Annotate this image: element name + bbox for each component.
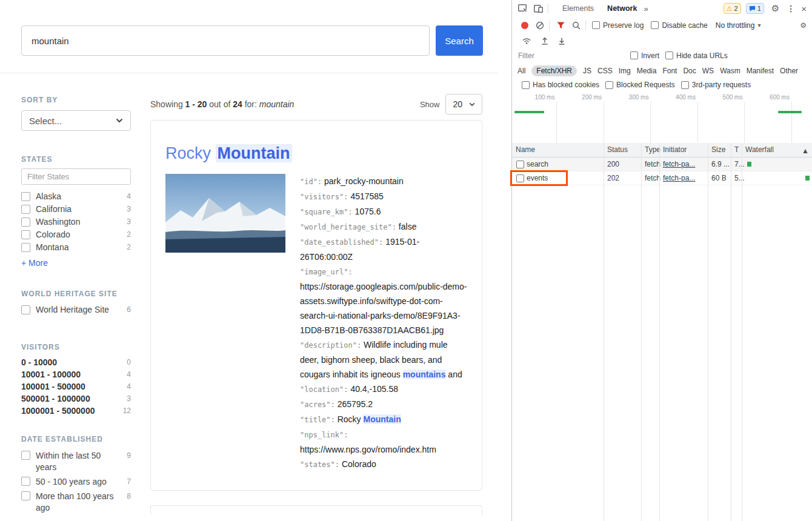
checkbox[interactable]: [21, 477, 30, 486]
facet-option-label: Colorado: [36, 230, 123, 240]
facet-option[interactable]: Colorado2: [21, 230, 131, 240]
checkbox[interactable]: [21, 305, 30, 314]
field-key: "image_url":: [300, 268, 353, 276]
facet-option[interactable]: 100001 - 5000004: [21, 382, 131, 391]
column-initiator[interactable]: Initiator: [663, 145, 687, 154]
network-request-row[interactable]: search200fetchfetch-pa...6.9 ...7...: [512, 158, 812, 171]
type-filter[interactable]: WS: [702, 67, 714, 75]
facet-option[interactable]: More than 100 years ago8: [21, 491, 131, 514]
clear-icon[interactable]: [536, 21, 544, 30]
field-value: 1075.6: [355, 207, 381, 216]
search-input[interactable]: [21, 25, 430, 56]
overview-bar: [514, 111, 544, 113]
request-filter-checkbox[interactable]: Has blocked cookies: [522, 81, 599, 89]
facet-count: 2: [127, 242, 131, 253]
states-filter-input[interactable]: [21, 168, 131, 185]
sort-select[interactable]: Select...: [21, 110, 131, 131]
type-filter[interactable]: Manifest: [747, 67, 774, 75]
facet-option[interactable]: 50 - 100 years ago7: [21, 476, 131, 488]
column-status[interactable]: Status: [607, 145, 628, 154]
type-filter[interactable]: Fetch/XHR: [531, 65, 577, 76]
invert-checkbox[interactable]: Invert: [630, 51, 659, 60]
facet-option[interactable]: 10001 - 1000004: [21, 370, 131, 379]
facet-option[interactable]: Washington3: [21, 217, 131, 227]
type-filter[interactable]: Font: [662, 67, 677, 75]
checkbox[interactable]: [522, 81, 530, 89]
issues-badge[interactable]: 1: [746, 3, 764, 14]
throttling-select[interactable]: No throttling ▾: [716, 21, 761, 30]
facet-option[interactable]: World Heritage Site6: [21, 305, 131, 315]
column-size[interactable]: Size: [711, 145, 725, 154]
facet-option[interactable]: Montana2: [21, 242, 131, 253]
request-initiator[interactable]: fetch-pa...: [663, 174, 695, 182]
more-tabs-icon[interactable]: »: [644, 4, 648, 13]
field-key: "square_km":: [300, 208, 353, 216]
export-har-icon[interactable]: [558, 37, 565, 45]
column-name[interactable]: Name: [516, 145, 535, 154]
facet-option[interactable]: 0 - 100000: [21, 358, 131, 367]
type-filter[interactable]: All: [517, 67, 525, 75]
import-har-icon[interactable]: [541, 37, 548, 45]
throttling-profile-icon[interactable]: [522, 37, 531, 44]
network-request-row[interactable]: events202fetchfetch-pa...60 B5...: [512, 171, 812, 185]
timeline-gridline: [744, 102, 745, 143]
checkbox[interactable]: [21, 192, 30, 201]
checkbox[interactable]: [516, 161, 524, 168]
network-filter-input[interactable]: [517, 51, 619, 61]
request-initiator[interactable]: fetch-pa...: [663, 160, 695, 168]
requests-table-header[interactable]: Name Status Type Initiator Size T Waterf…: [512, 143, 812, 158]
result-title[interactable]: Rocky Mountain: [165, 144, 467, 163]
facet-option[interactable]: 500001 - 10000003: [21, 394, 131, 403]
checkbox[interactable]: [21, 243, 30, 252]
type-filter[interactable]: Wasm: [720, 67, 740, 75]
search-icon[interactable]: [572, 21, 581, 30]
tab-network[interactable]: Network: [603, 4, 641, 13]
facet-option[interactable]: California3: [21, 204, 131, 214]
kebab-menu-icon[interactable]: ⋮: [787, 4, 795, 13]
facet-option[interactable]: Within the last 50 years9: [21, 450, 131, 473]
checkbox[interactable]: [681, 81, 689, 89]
network-overview-timeline[interactable]: 100 ms200 ms300 ms400 ms500 ms600 ms: [512, 91, 812, 144]
inspect-icon[interactable]: [518, 4, 528, 13]
close-icon[interactable]: ×: [801, 4, 807, 14]
type-filter[interactable]: Doc: [683, 67, 696, 75]
type-filter[interactable]: Other: [780, 67, 798, 75]
device-toolbar-icon[interactable]: [534, 5, 543, 13]
type-filter[interactable]: JS: [583, 67, 591, 75]
column-type[interactable]: Type: [645, 145, 661, 154]
request-size: 6.9 ...: [711, 160, 730, 168]
type-filter[interactable]: Img: [619, 67, 631, 75]
more-states-link[interactable]: + More: [21, 258, 131, 268]
column-waterfall[interactable]: Waterfall: [745, 145, 774, 154]
facet-option-label: Within the last 50 years: [36, 450, 123, 473]
settings-gear-icon[interactable]: ⚙: [771, 3, 779, 14]
warnings-badge[interactable]: ⚠ 2: [724, 3, 741, 14]
request-filter-checkbox[interactable]: 3rd-party requests: [681, 81, 751, 89]
request-filter-checkbox[interactable]: Blocked Requests: [605, 81, 675, 89]
checkbox[interactable]: [665, 51, 673, 59]
type-filter[interactable]: Media: [637, 67, 657, 75]
checkbox[interactable]: [21, 205, 30, 214]
column-time[interactable]: T: [734, 145, 739, 154]
record-button[interactable]: [521, 22, 528, 29]
facet-option[interactable]: Alaska4: [21, 191, 131, 202]
search-button[interactable]: Search: [436, 25, 483, 56]
facet-option[interactable]: 1000001 - 500000012: [21, 407, 131, 416]
facet-count: 3: [127, 394, 131, 403]
network-conditions-gear-icon[interactable]: ⚙: [800, 21, 807, 30]
checkbox[interactable]: [592, 21, 600, 29]
checkbox[interactable]: [21, 451, 30, 460]
filter-funnel-icon[interactable]: [557, 22, 565, 29]
checkbox[interactable]: [21, 217, 30, 227]
page-size-select[interactable]: 20: [445, 94, 482, 114]
checkbox[interactable]: [651, 21, 659, 29]
checkbox[interactable]: [21, 491, 30, 500]
hide-data-urls-checkbox[interactable]: Hide data URLs: [665, 51, 728, 60]
preserve-log-checkbox[interactable]: Preserve log: [592, 21, 644, 30]
type-filter[interactable]: CSS: [597, 67, 613, 75]
checkbox[interactable]: [630, 51, 638, 59]
disable-cache-checkbox[interactable]: Disable cache: [651, 21, 707, 30]
checkbox[interactable]: [605, 81, 613, 89]
checkbox[interactable]: [21, 230, 30, 239]
tab-elements[interactable]: Elements: [558, 4, 598, 13]
